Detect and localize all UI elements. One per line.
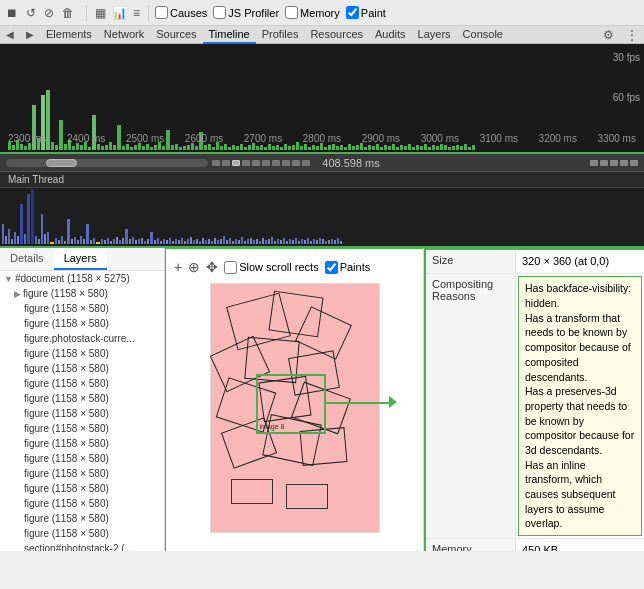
tree-label-15: figure (1158 × 580) [24,513,109,524]
scrollbar-thumb[interactable] [46,159,76,167]
toolbar-stop-icon[interactable]: ⏹ [4,4,20,22]
tree-item-17[interactable]: section#photostack-2 (… [0,541,164,551]
layer-rect-bottom-1 [231,479,273,504]
time-axis: 2300 ms 2400 ms 2500 ms 2600 ms 2700 ms … [0,133,644,144]
tab-elements[interactable]: Elements [40,26,98,44]
tab-profiles[interactable]: Profiles [256,26,305,44]
tree-item-2[interactable]: figure (1158 × 580) [0,316,164,331]
scrollbar-segment [242,160,250,166]
tree-item-0[interactable]: ▶ figure (1158 × 580) [0,286,164,301]
tree-label-11: figure (1158 × 580) [24,453,109,464]
scrollbar-time-display: 408.598 ms [322,157,379,169]
info-memory-value: 450 KB [516,539,644,551]
tab-layers[interactable]: Layers [54,248,107,270]
toolbar-chart3-icon[interactable]: ≡ [131,4,142,22]
tree-label-0: figure (1158 × 580) [23,288,108,299]
paint-checkbox[interactable] [346,6,359,19]
tab-details[interactable]: Details [0,248,54,270]
scrollbar-track[interactable] [6,159,208,167]
tree-item-3[interactable]: figure.photostack-curre... [0,331,164,346]
paints-checkbox[interactable] [325,261,338,274]
toolbar-trash-icon[interactable]: 🗑 [60,4,76,22]
tree-item-10[interactable]: figure (1158 × 580) [0,436,164,451]
tree-item-4[interactable]: figure (1158 × 580) [0,346,164,361]
scrollbar-segment [252,160,260,166]
bottom-panel: Details Layers ▼ #document (1158 × 5275)… [0,248,644,551]
tree-label-3: figure.photostack-curre... [24,333,135,344]
tree-label-1: figure (1158 × 580) [24,303,109,314]
toolbar-checkboxes: Causes JS Profiler Memory Paint [155,6,386,19]
tab-network[interactable]: Network [98,26,150,44]
nav-arrow-right[interactable]: ▶ [20,29,40,40]
pan-btn[interactable]: ⊕ [188,259,200,275]
tab-resources[interactable]: Resources [304,26,369,44]
tree-item-13[interactable]: figure (1158 × 580) [0,481,164,496]
scrollbar-right-segment [630,160,638,166]
info-memory-label: Memory estimate [426,539,516,551]
canvas-toolbar: + ⊕ ✥ Slow scroll rects Paints [174,257,415,277]
green-arrow [326,402,391,404]
info-compositing-value: Has backface-visibility: hidden. Has a t… [518,276,642,536]
paints-label: Paints [340,261,371,273]
tree-arrow-0: ▶ [14,289,21,299]
tree-item-7[interactable]: figure (1158 × 580) [0,391,164,406]
settings-icon[interactable]: ⚙ [597,28,620,42]
info-compositing-label: Compositing Reasons [426,274,516,538]
toolbar-filter-icon[interactable]: ⊘ [42,4,56,22]
tree-item-document[interactable]: ▼ #document (1158 × 5275) [0,271,164,286]
scrollbar-segment-active [232,160,240,166]
paints-check[interactable]: Paints [325,261,371,274]
info-compositing-row: Compositing Reasons Has backface-visibil… [426,274,644,539]
tree-item-5[interactable]: figure (1158 × 580) [0,361,164,376]
memory-check[interactable]: Memory [285,6,340,19]
scrollbar-segment [262,160,270,166]
info-size-value: 320 × 360 (at 0,0) [516,250,644,273]
scrollbar-right-segment [610,160,618,166]
tree-item-16[interactable]: figure (1158 × 580) [0,526,164,541]
slow-scroll-checkbox[interactable] [224,261,237,274]
js-profiler-checkbox[interactable] [213,6,226,19]
tree-label-document: #document (1158 × 5275) [15,273,130,284]
scrollbar-area[interactable]: 408.598 ms [0,154,644,172]
scrollbar-right-segment [590,160,598,166]
tree-item-6[interactable]: figure (1158 × 580) [0,376,164,391]
tab-layers[interactable]: Layers [412,26,457,44]
tab-console[interactable]: Console [457,26,509,44]
paint-check[interactable]: Paint [346,6,386,19]
toolbar-reload-icon[interactable]: ↺ [24,4,38,22]
time-3000: 3000 ms [421,133,459,144]
scrollbar-segment [282,160,290,166]
js-profiler-check[interactable]: JS Profiler [213,6,279,19]
causes-check[interactable]: Causes [155,6,207,19]
tree-item-14[interactable]: figure (1158 × 580) [0,496,164,511]
tree-item-11[interactable]: figure (1158 × 580) [0,451,164,466]
tree-label-8: figure (1158 × 580) [24,408,109,419]
time-2500: 2500 ms [126,133,164,144]
tree-item-15[interactable]: figure (1158 × 580) [0,511,164,526]
time-2400: 2400 ms [67,133,105,144]
move-btn[interactable]: ✥ [206,259,218,275]
slow-scroll-check[interactable]: Slow scroll rects [224,261,318,274]
add-layer-btn[interactable]: + [174,259,182,275]
scrollbar-right-segment [600,160,608,166]
memory-checkbox[interactable] [285,6,298,19]
info-size-row: Size 320 × 360 (at 0,0) [426,250,644,274]
more-icon[interactable]: ⋮ [620,28,644,42]
tree-item-12[interactable]: figure (1158 × 580) [0,466,164,481]
tab-sources[interactable]: Sources [150,26,202,44]
tree-item-1[interactable]: figure (1158 × 580) [0,301,164,316]
causes-checkbox[interactable] [155,6,168,19]
tab-timeline[interactable]: Timeline [203,26,256,44]
nav-arrow-left[interactable]: ◀ [0,29,20,40]
toolbar-chart1-icon[interactable]: ▦ [93,4,108,22]
tab-audits[interactable]: Audits [369,26,412,44]
tree-label-9: figure (1158 × 580) [24,423,109,434]
tree-item-8[interactable]: figure (1158 × 580) [0,406,164,421]
panel-tabs: Details Layers [0,248,164,271]
time-2700: 2700 ms [244,133,282,144]
tree-item-9[interactable]: figure (1158 × 580) [0,421,164,436]
time-2600: 2600 ms [185,133,223,144]
toolbar-chart2-icon[interactable]: 📊 [110,4,129,22]
tree-panel: Details Layers ▼ #document (1158 × 5275)… [0,248,165,551]
green-arrowhead [389,396,397,408]
